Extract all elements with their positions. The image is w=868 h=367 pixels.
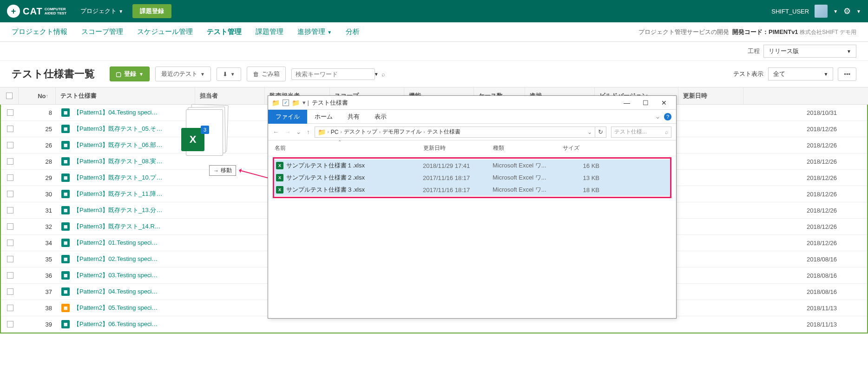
row-name[interactable]: 【Pattern3】既存テスト_11.障… <box>73 190 162 198</box>
register-button[interactable]: ▢ 登録 ▼ <box>110 67 150 81</box>
caret-down-icon[interactable]: ▼ <box>833 9 838 14</box>
nav-issue[interactable]: 課題管理 <box>256 27 283 36</box>
row-name[interactable]: 【Pattern3】既存テスト_10.プ… <box>73 173 162 182</box>
search-icon: ⌕ <box>665 129 668 135</box>
table-row[interactable]: 39▦【Pattern2】06.Testing speci…2018/11/13 <box>1 316 867 333</box>
row-checkbox[interactable] <box>7 240 13 246</box>
explorer-search[interactable]: テスト仕様... ⌕ <box>611 127 671 138</box>
nav-project-info[interactable]: プロジェクト情報 <box>12 27 67 36</box>
row-no: 31 <box>20 207 57 214</box>
display-select[interactable]: 全て▼ <box>768 67 833 80</box>
nav-scope[interactable]: スコープ管理 <box>81 27 123 36</box>
tab-file[interactable]: ファイル <box>268 110 307 124</box>
row-checkbox[interactable] <box>7 142 13 148</box>
row-name[interactable]: 【Pattern3】既存テスト_08.実… <box>73 157 162 166</box>
row-no: 26 <box>20 142 57 149</box>
row-date: 2018/12/26 <box>802 126 867 133</box>
row-name[interactable]: 【Pattern3】既存テスト_13.分… <box>73 206 162 214</box>
row-checkbox[interactable] <box>7 158 13 165</box>
row-no: 29 <box>20 174 57 181</box>
row-date: 2018/12/26 <box>802 240 867 247</box>
move-indicator: → 移動 <box>209 165 236 176</box>
arrow-right-icon: → <box>213 167 219 174</box>
maximize-button[interactable]: ☐ <box>641 99 650 107</box>
row-name[interactable]: 【Pattern2】04.Testing speci… <box>73 287 158 296</box>
row-checkbox[interactable] <box>7 223 13 230</box>
file-size: 16 KB <box>562 162 599 169</box>
tab-view[interactable]: 表示 <box>367 110 394 124</box>
forward-button[interactable]: → <box>284 128 290 135</box>
row-date: 2018/10/31 <box>802 109 867 116</box>
filter-select[interactable]: リリース版▼ <box>763 45 856 58</box>
spec-icon: ▦ <box>61 255 70 263</box>
row-checkbox[interactable] <box>7 109 13 116</box>
row-name[interactable]: 【Pattern3】既存テスト_06.部… <box>73 141 162 149</box>
chevron-down-icon[interactable]: ⌄ <box>655 113 660 120</box>
col-assign[interactable]: 担当者 <box>195 87 265 104</box>
file-row[interactable]: Xサンプルテスト仕様書１.xlsx2018/11/29 17:41Microso… <box>274 160 670 172</box>
row-checkbox[interactable] <box>7 288 13 295</box>
refresh-button[interactable]: ↻ <box>595 127 606 138</box>
download-button[interactable]: ⬇▼ <box>217 67 241 81</box>
row-name[interactable]: 【Pattern1】04.Testing speci… <box>73 108 158 117</box>
col-type[interactable]: 種類 <box>493 144 563 152</box>
display-label: テスト表示 <box>733 70 763 78</box>
avatar[interactable] <box>815 5 828 18</box>
folder-icon: 📁 <box>318 128 326 136</box>
chevron-down-icon[interactable]: ⌄ <box>587 129 592 135</box>
tab-share[interactable]: 共有 <box>340 110 367 124</box>
gear-icon[interactable]: ⚙ <box>843 6 851 16</box>
excel-icon: X <box>276 162 283 169</box>
register-issue-button[interactable]: 課題登録 <box>132 4 171 18</box>
file-row[interactable]: Xサンプルテスト仕様書３.xlsx2017/11/16 18:17Microso… <box>274 184 670 196</box>
trash-button[interactable]: 🗑ごみ箱 <box>247 67 286 81</box>
row-name[interactable]: 【Pattern3】既存テスト_14.R… <box>73 222 161 231</box>
col-date[interactable]: 更新日時 <box>423 144 493 152</box>
row-name[interactable]: 【Pattern2】05.Testing speci… <box>73 304 158 312</box>
row-checkbox[interactable] <box>7 126 13 132</box>
row-name[interactable]: 【Pattern2】03.Testing speci… <box>73 271 158 280</box>
nav-analysis[interactable]: 分析 <box>346 27 360 36</box>
nav-test[interactable]: テスト管理 <box>207 27 242 36</box>
back-button[interactable]: ← <box>273 128 279 135</box>
project-menu[interactable]: プロジェクト▼ <box>80 7 123 15</box>
file-row[interactable]: Xサンプルテスト仕様書２.xlsx2017/11/16 18:17Microso… <box>274 172 670 184</box>
row-checkbox[interactable] <box>7 207 13 214</box>
help-icon[interactable]: ? <box>664 113 671 120</box>
col-date[interactable]: 更新日時 <box>678 87 743 104</box>
select-all-checkbox[interactable] <box>6 93 13 99</box>
row-checkbox[interactable] <box>7 305 13 311</box>
nav-progress[interactable]: 進捗管理 ▼ <box>297 27 332 36</box>
nav-schedule[interactable]: スケジュール管理 <box>137 27 193 36</box>
more-button[interactable]: ••• <box>838 67 856 81</box>
tab-home[interactable]: ホーム <box>307 110 340 124</box>
row-checkbox[interactable] <box>7 191 13 197</box>
row-checkbox[interactable] <box>7 256 13 262</box>
explorer-titlebar[interactable]: 📁 ✓ 📁 ▾ | テスト仕様書 — ☐ ✕ <box>268 96 676 110</box>
col-name[interactable]: 名前 <box>275 144 423 152</box>
close-button[interactable]: ✕ <box>659 99 669 107</box>
col-no[interactable]: No ↑ <box>19 87 56 104</box>
logo[interactable]: + CAT COMPUTER AIDED TEST <box>7 5 66 18</box>
minimize-button[interactable]: — <box>622 99 631 107</box>
breadcrumb[interactable]: 📁 › PC› デスクトップ› デモ用ファイル› テスト仕様書 ⌄ <box>315 127 596 138</box>
caret-down-icon: ▼ <box>230 72 235 77</box>
up-button[interactable]: ↑ <box>307 128 310 135</box>
recent-tests-button[interactable]: 最近のテスト▼ <box>155 67 211 81</box>
row-name[interactable]: 【Pattern2】02.Testing speci… <box>73 255 158 263</box>
search-input[interactable] <box>296 71 374 78</box>
search-icon[interactable]: ⌕ <box>381 71 385 78</box>
col-name[interactable]: テスト仕様書 <box>56 87 195 104</box>
col-size[interactable]: サイズ <box>563 144 600 152</box>
row-name[interactable]: 【Pattern2】06.Testing speci… <box>73 320 158 328</box>
row-name[interactable]: 【Pattern2】01.Testing speci… <box>73 239 158 247</box>
row-checkbox[interactable] <box>7 321 13 327</box>
download-icon: ⬇ <box>223 71 228 78</box>
row-name[interactable]: 【Pattern3】既存テスト_05.そ… <box>73 125 162 133</box>
search-box[interactable]: ▼ ⌕ <box>291 68 375 80</box>
recent-dropdown[interactable]: ⌄ <box>296 128 301 135</box>
row-checkbox[interactable] <box>7 174 13 181</box>
caret-down-icon[interactable]: ▼ <box>856 9 861 14</box>
caret-down-icon[interactable]: ▼ <box>374 72 379 77</box>
row-checkbox[interactable] <box>7 272 13 279</box>
